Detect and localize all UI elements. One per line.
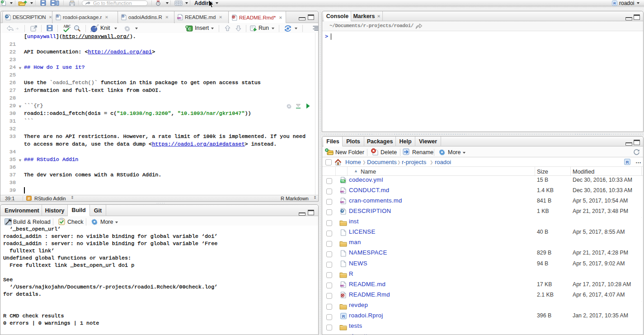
svg-text:R: R — [626, 160, 629, 165]
svg-text:R: R — [613, 1, 616, 5]
svg-text:C: C — [188, 27, 191, 31]
svg-text:R: R — [342, 314, 345, 318]
svg-text:MD: MD — [340, 284, 344, 287]
svg-text:MD: MD — [177, 17, 182, 19]
svg-text:MD: MD — [340, 200, 344, 203]
svg-text:R: R — [56, 14, 59, 18]
svg-text:s: s — [90, 29, 92, 33]
svg-text:MD: MD — [340, 190, 344, 193]
svg-text:YML: YML — [340, 180, 345, 182]
svg-text:R: R — [122, 14, 124, 18]
